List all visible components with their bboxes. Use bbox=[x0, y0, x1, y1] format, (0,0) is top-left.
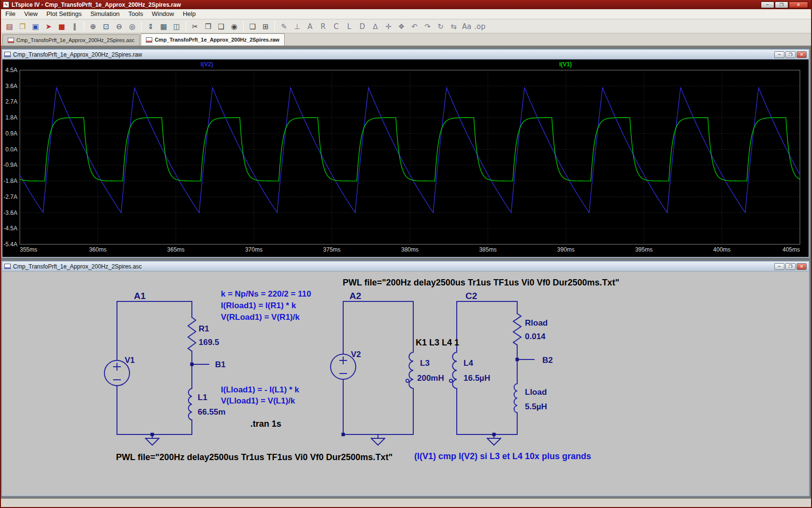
paste-button[interactable]: ❑ bbox=[215, 21, 227, 32]
trace-label-I(V1)[interactable]: I(V1) bbox=[559, 61, 572, 68]
save-button[interactable]: ▣ bbox=[29, 21, 42, 32]
l3-value-label[interactable]: 200mH bbox=[417, 374, 444, 383]
comment-i-rload[interactable]: I(Rload1) = I(R1) * k bbox=[221, 301, 296, 310]
copy-button[interactable]: ❐ bbox=[202, 21, 214, 32]
waveform-window-titlebar[interactable]: Cmp_TransfoPrft_1e_Approx_200Hz_2Spires.… bbox=[2, 50, 809, 60]
diode-button[interactable]: D bbox=[356, 21, 368, 32]
v2-name-label[interactable]: V2 bbox=[351, 350, 361, 359]
pwl-note-bottom[interactable]: PWL file="200Hz delay2500us Tr1us TF1us … bbox=[116, 452, 392, 462]
mirror-button[interactable]: ⇆ bbox=[448, 21, 460, 32]
menu-plot-settings[interactable]: Plot Settings bbox=[42, 9, 86, 19]
waveform-plot[interactable]: 355ms360ms365ms370ms375ms380ms385ms390ms… bbox=[2, 60, 808, 256]
trace-label-I(V2)[interactable]: I(V2) bbox=[201, 61, 213, 68]
ground-button[interactable]: ⊥ bbox=[291, 21, 303, 32]
minimize-button[interactable]: ─ bbox=[761, 1, 774, 8]
maximize-button[interactable]: ❐ bbox=[775, 1, 788, 8]
zoom-region-button[interactable]: ⊡ bbox=[100, 21, 112, 32]
block-label-a2[interactable]: A2 bbox=[349, 291, 361, 301]
r1-value-label[interactable]: 169.5 bbox=[199, 338, 219, 347]
schematic-window-titlebar[interactable]: Cmp_TransfoPrft_1e_Approx_200Hz_2Spires.… bbox=[2, 262, 809, 271]
capacitor-button[interactable]: C bbox=[330, 21, 342, 32]
l1-name-label[interactable]: L1 bbox=[198, 393, 207, 402]
rload-value-label[interactable]: 0.014 bbox=[525, 332, 546, 341]
zoom-in-button[interactable]: ⊕ bbox=[87, 21, 99, 32]
halt-simulation-button[interactable]: ■ bbox=[56, 21, 68, 32]
lload-name-label[interactable]: Lload bbox=[525, 388, 547, 397]
cut-button[interactable]: ✂ bbox=[189, 21, 201, 32]
tab-waveform[interactable]: Cmp_TransfoPrft_1e_Approx_200Hz_2Spires.… bbox=[141, 33, 285, 45]
waveform-minimize-button[interactable]: ─ bbox=[774, 51, 784, 58]
r1-name-label[interactable]: R1 bbox=[199, 324, 209, 333]
comment-k-formula[interactable]: k = Np/Ns = 220/2 = 110 bbox=[221, 289, 311, 299]
v1-name-label[interactable]: V1 bbox=[125, 356, 135, 365]
plot-settings-button[interactable]: ▦ bbox=[158, 21, 170, 32]
waveform-plot-area[interactable]: 355ms360ms365ms370ms375ms380ms385ms390ms… bbox=[2, 60, 809, 257]
rotate-button[interactable]: ↻ bbox=[435, 21, 447, 32]
l3-name-label[interactable]: L3 bbox=[420, 359, 430, 368]
print-button[interactable]: ⊞ bbox=[260, 21, 272, 32]
schematic-canvas[interactable]: A1 A2 C2 V1 R1 169.5 B1 L1 66.55m V2 L3 … bbox=[2, 271, 809, 495]
menu-window[interactable]: Window bbox=[147, 9, 178, 19]
comment-bottom-blue[interactable]: (I(V1) cmp I(V2) si L3 et L4 10x plus gr… bbox=[414, 451, 591, 461]
directive-coupling[interactable]: K1 L3 L4 1 bbox=[416, 338, 459, 347]
zoom-out-button[interactable]: ⊖ bbox=[113, 21, 125, 32]
circuit-a2-wires[interactable] bbox=[343, 301, 413, 438]
spice-directive-button[interactable]: .op bbox=[474, 21, 486, 32]
close-button[interactable]: ✕ bbox=[789, 1, 808, 8]
text-button[interactable]: Aa bbox=[461, 21, 473, 32]
menu-tools[interactable]: Tools bbox=[124, 9, 147, 19]
directive-tran[interactable]: .tran 1s bbox=[250, 419, 281, 429]
rload-name-label[interactable]: Rload bbox=[525, 318, 548, 328]
autorange-axes-button[interactable]: ⇕ bbox=[145, 21, 157, 32]
l1-value-label[interactable]: 66.55m bbox=[198, 407, 226, 417]
menu-view[interactable]: View bbox=[20, 9, 42, 19]
menu-file[interactable]: File bbox=[1, 9, 20, 19]
r1-resistor[interactable] bbox=[188, 317, 196, 351]
net-label-button[interactable]: A bbox=[304, 21, 316, 32]
ground-symbol-a1[interactable] bbox=[145, 438, 159, 445]
l4-name-label[interactable]: L4 bbox=[464, 359, 473, 368]
print-preview-button[interactable]: ❏ bbox=[246, 21, 259, 32]
schematic-minimize-button[interactable]: ─ bbox=[774, 263, 784, 270]
block-label-c2[interactable]: C2 bbox=[465, 291, 477, 301]
net-label-b1[interactable]: B1 bbox=[215, 360, 226, 369]
title-bar[interactable]: ∿ LTspice IV - Cmp_TransfoPrft_1e_Approx… bbox=[1, 0, 811, 9]
comment-v-rload[interactable]: V(RLoad1) = V(R1)/k bbox=[221, 313, 300, 322]
new-schematic-button[interactable]: ▤ bbox=[3, 21, 15, 32]
resistor-button[interactable]: R bbox=[317, 21, 329, 32]
inductor-button[interactable]: L bbox=[343, 21, 355, 32]
lload-value-label[interactable]: 5.5µH bbox=[525, 402, 547, 411]
schematic-restore-button[interactable]: ❐ bbox=[785, 263, 796, 270]
l3-inductor[interactable] bbox=[406, 352, 413, 388]
l1-inductor[interactable] bbox=[188, 388, 192, 420]
zoom-full-extents-button[interactable]: ◎ bbox=[126, 21, 138, 32]
tab-schematic[interactable]: Cmp_TransfoPrft_1e_Approx_200Hz_2Spires.… bbox=[2, 34, 140, 45]
ground-symbol-a2[interactable] bbox=[371, 438, 385, 445]
schematic-close-button[interactable]: ✕ bbox=[797, 263, 807, 270]
redo-button[interactable]: ↷ bbox=[421, 21, 434, 32]
menu-help[interactable]: Help bbox=[178, 9, 200, 19]
pwl-note-top[interactable]: PWL file="200Hz delay2500us Tr1us TF1us … bbox=[343, 278, 619, 287]
comment-i-lload[interactable]: I(Lload1) = - I(L1) * k bbox=[221, 385, 300, 394]
l4-value-label[interactable]: 16.5µH bbox=[464, 374, 490, 383]
circuit-c2-wires[interactable] bbox=[457, 301, 534, 438]
find-button[interactable]: ◉ bbox=[228, 21, 240, 32]
open-file-button[interactable]: ❒ bbox=[16, 21, 29, 32]
lload-inductor[interactable] bbox=[514, 384, 517, 413]
menu-simulation[interactable]: Simulation bbox=[86, 9, 124, 19]
add-plot-pane-button[interactable]: ◫ bbox=[171, 21, 183, 32]
l4-inductor[interactable] bbox=[450, 352, 457, 388]
comment-v-lload[interactable]: V(Lload1) = V(L1)/k bbox=[221, 396, 295, 405]
waveform-close-button[interactable]: ✕ bbox=[797, 51, 807, 58]
undo-button[interactable]: ↶ bbox=[408, 21, 420, 32]
block-label-a1[interactable]: A1 bbox=[134, 291, 146, 301]
run-simulation-button[interactable]: ➤ bbox=[43, 21, 55, 32]
drag-button[interactable]: ❖ bbox=[395, 21, 407, 32]
move-button[interactable]: ✛ bbox=[382, 21, 394, 32]
pause-simulation-button[interactable]: ∥ bbox=[69, 21, 81, 32]
circuit-a1-wires[interactable] bbox=[117, 301, 209, 438]
net-label-b2[interactable]: B2 bbox=[542, 356, 553, 365]
waveform-restore-button[interactable]: ❐ bbox=[785, 51, 796, 58]
wire-button[interactable]: ✎ bbox=[278, 21, 290, 32]
component-button[interactable]: ∆ bbox=[369, 21, 381, 32]
